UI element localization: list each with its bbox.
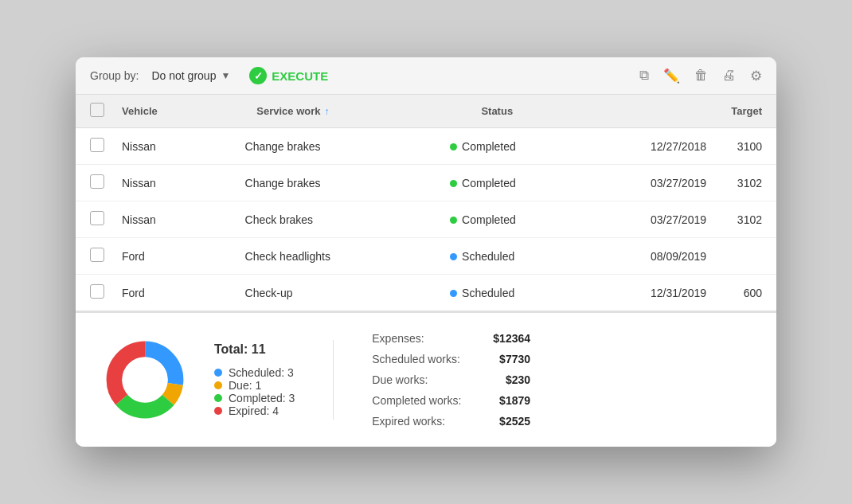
header-target: Target: [650, 105, 762, 117]
legend-item: Expired: 4: [214, 404, 295, 417]
row-checkbox[interactable]: [90, 248, 104, 262]
cell-vehicle: Nissan: [122, 140, 245, 153]
print-icon[interactable]: 🖨: [722, 68, 736, 84]
app-window: Group by: Do not group ▼ ✓ EXECUTE ⧉ ✏️ …: [76, 57, 776, 447]
table-row: Nissan Change brakes Completed 03/27/201…: [76, 165, 776, 201]
row-checkbox[interactable]: [90, 284, 104, 299]
cell-date: 12/27/2018: [604, 140, 706, 153]
status-dot-icon: [450, 290, 457, 297]
expense-value: $1879: [493, 394, 530, 407]
legend-item-label: Expired: 4: [229, 404, 279, 417]
cell-num: 3102: [706, 177, 762, 189]
cell-date: 08/09/2019: [604, 250, 706, 263]
cell-status: Scheduled: [450, 287, 604, 299]
settings-icon[interactable]: ⚙: [750, 68, 762, 84]
cell-status: Scheduled: [450, 250, 604, 263]
status-dot-icon: [450, 253, 457, 260]
cell-num: 600: [706, 287, 762, 299]
legend-item-label: Due: 1: [229, 379, 261, 392]
header-status: Status: [481, 105, 650, 117]
legend-item: Due: 1: [214, 379, 295, 392]
row-checkbox[interactable]: [90, 138, 104, 152]
group-by-label: Group by:: [90, 69, 139, 82]
expense-label: Expenses:: [372, 332, 461, 345]
cell-status: Completed: [450, 213, 604, 226]
execute-label: EXECUTE: [272, 69, 328, 83]
cell-date: 12/31/2019: [604, 287, 706, 299]
cell-service: Check-up: [245, 287, 451, 299]
legend-item-label: Completed: 3: [229, 392, 295, 404]
header-service: Service work ↑: [256, 105, 481, 117]
expenses-grid: Expenses:$12364Scheduled works:$7730Due …: [372, 332, 530, 428]
expense-label: Completed works:: [372, 394, 461, 407]
summary-legend: Total: 11 Scheduled: 3 Due: 1 Completed:…: [214, 342, 295, 417]
table-header: Vehicle Service work ↑ Status Target: [76, 95, 776, 128]
cell-vehicle: Nissan: [122, 177, 245, 189]
execute-check-icon: ✓: [249, 67, 267, 84]
select-all-checkbox[interactable]: [90, 103, 104, 117]
cell-vehicle: Nissan: [122, 213, 245, 226]
expense-value: $12364: [493, 332, 530, 345]
table-body: Nissan Change brakes Completed 12/27/201…: [76, 128, 776, 311]
cell-date: 03/27/2019: [604, 213, 706, 226]
copy-icon[interactable]: ⧉: [639, 68, 649, 84]
expense-label: Scheduled works:: [372, 353, 461, 365]
status-dot-icon: [450, 180, 457, 187]
table-row: Nissan Change brakes Completed 12/27/201…: [76, 128, 776, 165]
sort-arrow-icon[interactable]: ↑: [324, 106, 329, 117]
divider: [333, 340, 334, 420]
cell-service: Change brakes: [245, 140, 451, 153]
svg-point-4: [122, 357, 167, 402]
expense-label: Due works:: [372, 373, 461, 386]
edit-icon[interactable]: ✏️: [663, 68, 680, 84]
summary-panel: Total: 11 Scheduled: 3 Due: 1 Completed:…: [76, 311, 776, 447]
legend-item-label: Scheduled: 3: [229, 366, 294, 379]
group-by-select[interactable]: Do not group ▼: [151, 69, 230, 82]
expense-label: Expired works:: [372, 415, 461, 428]
legend-item: Completed: 3: [214, 392, 295, 404]
table-row: Nissan Check brakes Completed 03/27/2019…: [76, 201, 776, 238]
cell-vehicle: Ford: [122, 250, 245, 263]
cell-vehicle: Ford: [122, 287, 245, 299]
cell-status: Completed: [450, 177, 604, 189]
row-checkbox[interactable]: [90, 174, 104, 189]
legend-dot-icon: [214, 394, 222, 402]
expense-value: $230: [493, 373, 530, 386]
group-by-value: Do not group: [151, 69, 216, 82]
cell-service: Change brakes: [245, 177, 451, 189]
cell-service: Check headlights: [245, 250, 451, 263]
delete-icon[interactable]: 🗑: [694, 68, 708, 84]
donut-chart: [101, 336, 189, 424]
table-row: Ford Check headlights Scheduled 08/09/20…: [76, 238, 776, 275]
header-vehicle: Vehicle: [122, 105, 256, 117]
execute-button[interactable]: ✓ EXECUTE: [249, 67, 328, 84]
cell-service: Check brakes: [245, 213, 451, 226]
status-dot-icon: [450, 143, 457, 150]
row-checkbox[interactable]: [90, 211, 104, 225]
cell-num: 3102: [706, 213, 762, 226]
legend-dot-icon: [214, 381, 222, 389]
expense-value: $2525: [493, 415, 530, 428]
toolbar-icons: ⧉ ✏️ 🗑 🖨 ⚙: [639, 68, 762, 84]
expense-value: $7730: [493, 353, 530, 365]
status-dot-icon: [450, 217, 457, 224]
legend-dot-icon: [214, 369, 222, 377]
legend-dot-icon: [214, 407, 222, 415]
cell-date: 03/27/2019: [604, 177, 706, 189]
cell-num: 3100: [706, 140, 762, 153]
toolbar: Group by: Do not group ▼ ✓ EXECUTE ⧉ ✏️ …: [76, 57, 776, 95]
total-label: Total: 11: [214, 342, 295, 357]
chevron-down-icon: ▼: [221, 70, 230, 81]
table-row: Ford Check-up Scheduled 12/31/2019 600: [76, 275, 776, 311]
cell-status: Completed: [450, 140, 604, 153]
legend-item: Scheduled: 3: [214, 366, 295, 379]
data-table: Vehicle Service work ↑ Status Target Nis…: [76, 95, 776, 311]
